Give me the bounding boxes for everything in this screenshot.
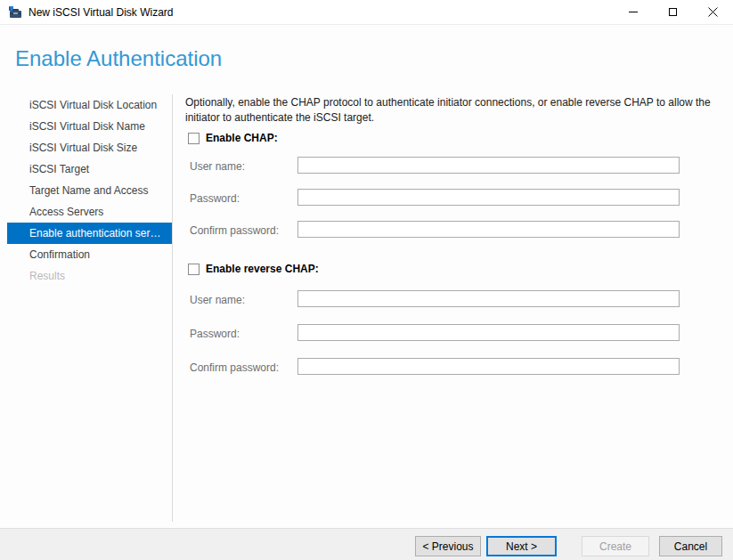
create-button: Create xyxy=(582,536,649,556)
window-controls xyxy=(613,0,733,24)
reverse-chap-username-input[interactable] xyxy=(297,290,680,307)
sidebar-item-confirmation[interactable]: Confirmation xyxy=(7,244,172,265)
sidebar-separator xyxy=(172,94,173,522)
chap-confirm-password-input[interactable] xyxy=(297,221,680,238)
enable-chap-row: Enable CHAP: xyxy=(188,132,278,144)
wizard-window: New iSCSI Virtual Disk Wizard Enable Aut… xyxy=(0,0,733,560)
chap-username-input[interactable] xyxy=(297,157,680,174)
maximize-icon xyxy=(669,8,677,16)
sidebar-item-access-servers[interactable]: Access Servers xyxy=(7,201,172,223)
enable-chap-checkbox[interactable] xyxy=(188,133,200,144)
sidebar-item-disk-name[interactable]: iSCSI Virtual Disk Name xyxy=(7,116,172,137)
enable-reverse-chap-row: Enable reverse CHAP: xyxy=(188,263,319,275)
maximize-button[interactable] xyxy=(653,0,693,24)
server-manager-icon xyxy=(8,5,22,20)
reverse-chap-password-input[interactable] xyxy=(297,324,680,341)
close-button[interactable] xyxy=(693,0,733,24)
chap-confirm-password-label: Confirm password: xyxy=(190,224,279,237)
chap-password-label: Password: xyxy=(190,192,240,205)
sidebar-item-enable-authentication[interactable]: Enable authentication ser… xyxy=(7,223,172,244)
reverse-chap-password-label: Password: xyxy=(190,328,240,340)
sidebar-item-disk-location[interactable]: iSCSI Virtual Disk Location xyxy=(7,94,172,116)
previous-button[interactable]: < Previous xyxy=(415,536,481,556)
chap-username-label: User name: xyxy=(190,160,245,173)
minimize-button[interactable] xyxy=(613,0,653,24)
wizard-steps-nav: iSCSI Virtual Disk Location iSCSI Virtua… xyxy=(0,94,172,287)
minimize-icon xyxy=(629,12,638,12)
enable-reverse-chap-checkbox[interactable] xyxy=(188,264,200,275)
sidebar-item-disk-size[interactable]: iSCSI Virtual Disk Size xyxy=(7,137,172,158)
page-title: Enable Authentication xyxy=(15,46,222,71)
description-line-1: Optionally, enable the CHAP protocol to … xyxy=(185,96,711,109)
enable-chap-label: Enable CHAP: xyxy=(206,132,278,144)
reverse-chap-username-label: User name: xyxy=(190,294,245,306)
sidebar-item-target-name-access[interactable]: Target Name and Access xyxy=(7,180,172,201)
sidebar-item-results: Results xyxy=(7,265,172,287)
description-line-2: initiator to authenticate the iSCSI targ… xyxy=(185,111,374,124)
close-icon xyxy=(708,7,718,17)
window-title: New iSCSI Virtual Disk Wizard xyxy=(29,6,173,19)
reverse-chap-confirm-password-input[interactable] xyxy=(297,358,680,375)
enable-reverse-chap-label: Enable reverse CHAP: xyxy=(206,263,319,275)
title-bar: New iSCSI Virtual Disk Wizard xyxy=(0,0,733,25)
next-button[interactable]: Next > xyxy=(486,536,557,556)
reverse-chap-confirm-password-label: Confirm password: xyxy=(190,361,279,374)
chap-password-input[interactable] xyxy=(297,189,680,206)
cancel-button[interactable]: Cancel xyxy=(659,536,722,556)
sidebar-item-iscsi-target[interactable]: iSCSI Target xyxy=(7,158,172,180)
